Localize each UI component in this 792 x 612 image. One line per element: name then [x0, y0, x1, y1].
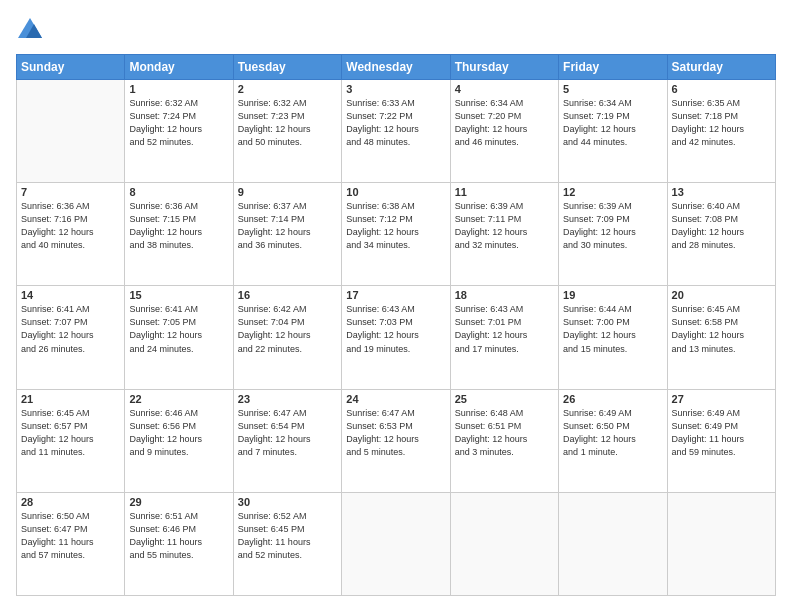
- day-info: Sunrise: 6:34 AMSunset: 7:20 PMDaylight:…: [455, 97, 554, 149]
- calendar-header-tuesday: Tuesday: [233, 55, 341, 80]
- day-info: Sunrise: 6:41 AMSunset: 7:05 PMDaylight:…: [129, 303, 228, 355]
- calendar-cell: 15Sunrise: 6:41 AMSunset: 7:05 PMDayligh…: [125, 286, 233, 389]
- day-number: 30: [238, 496, 337, 508]
- day-info: Sunrise: 6:45 AMSunset: 6:57 PMDaylight:…: [21, 407, 120, 459]
- calendar-cell: 11Sunrise: 6:39 AMSunset: 7:11 PMDayligh…: [450, 183, 558, 286]
- calendar-header-friday: Friday: [559, 55, 667, 80]
- day-number: 28: [21, 496, 120, 508]
- calendar-cell: 29Sunrise: 6:51 AMSunset: 6:46 PMDayligh…: [125, 492, 233, 595]
- day-number: 4: [455, 83, 554, 95]
- day-info: Sunrise: 6:52 AMSunset: 6:45 PMDaylight:…: [238, 510, 337, 562]
- calendar-table: SundayMondayTuesdayWednesdayThursdayFrid…: [16, 54, 776, 596]
- calendar-week-row: 28Sunrise: 6:50 AMSunset: 6:47 PMDayligh…: [17, 492, 776, 595]
- calendar-cell: [342, 492, 450, 595]
- calendar-header-sunday: Sunday: [17, 55, 125, 80]
- logo-icon: [16, 16, 44, 44]
- day-info: Sunrise: 6:46 AMSunset: 6:56 PMDaylight:…: [129, 407, 228, 459]
- day-info: Sunrise: 6:39 AMSunset: 7:11 PMDaylight:…: [455, 200, 554, 252]
- day-number: 16: [238, 289, 337, 301]
- calendar-cell: [450, 492, 558, 595]
- day-info: Sunrise: 6:45 AMSunset: 6:58 PMDaylight:…: [672, 303, 771, 355]
- day-info: Sunrise: 6:50 AMSunset: 6:47 PMDaylight:…: [21, 510, 120, 562]
- calendar-cell: 26Sunrise: 6:49 AMSunset: 6:50 PMDayligh…: [559, 389, 667, 492]
- day-number: 21: [21, 393, 120, 405]
- day-info: Sunrise: 6:35 AMSunset: 7:18 PMDaylight:…: [672, 97, 771, 149]
- day-number: 27: [672, 393, 771, 405]
- day-number: 14: [21, 289, 120, 301]
- header: [16, 16, 776, 44]
- day-number: 12: [563, 186, 662, 198]
- calendar-cell: 19Sunrise: 6:44 AMSunset: 7:00 PMDayligh…: [559, 286, 667, 389]
- calendar-cell: 6Sunrise: 6:35 AMSunset: 7:18 PMDaylight…: [667, 80, 775, 183]
- calendar-week-row: 1Sunrise: 6:32 AMSunset: 7:24 PMDaylight…: [17, 80, 776, 183]
- calendar-cell: 17Sunrise: 6:43 AMSunset: 7:03 PMDayligh…: [342, 286, 450, 389]
- calendar-cell: [559, 492, 667, 595]
- day-number: 7: [21, 186, 120, 198]
- day-number: 15: [129, 289, 228, 301]
- day-number: 29: [129, 496, 228, 508]
- calendar-cell: 4Sunrise: 6:34 AMSunset: 7:20 PMDaylight…: [450, 80, 558, 183]
- calendar-header-saturday: Saturday: [667, 55, 775, 80]
- page: SundayMondayTuesdayWednesdayThursdayFrid…: [0, 0, 792, 612]
- day-info: Sunrise: 6:36 AMSunset: 7:15 PMDaylight:…: [129, 200, 228, 252]
- calendar-cell: 21Sunrise: 6:45 AMSunset: 6:57 PMDayligh…: [17, 389, 125, 492]
- calendar-cell: 16Sunrise: 6:42 AMSunset: 7:04 PMDayligh…: [233, 286, 341, 389]
- calendar-cell: [667, 492, 775, 595]
- day-number: 2: [238, 83, 337, 95]
- day-number: 24: [346, 393, 445, 405]
- day-number: 1: [129, 83, 228, 95]
- day-info: Sunrise: 6:41 AMSunset: 7:07 PMDaylight:…: [21, 303, 120, 355]
- day-info: Sunrise: 6:34 AMSunset: 7:19 PMDaylight:…: [563, 97, 662, 149]
- calendar-header-thursday: Thursday: [450, 55, 558, 80]
- day-number: 20: [672, 289, 771, 301]
- calendar-cell: 10Sunrise: 6:38 AMSunset: 7:12 PMDayligh…: [342, 183, 450, 286]
- day-info: Sunrise: 6:47 AMSunset: 6:53 PMDaylight:…: [346, 407, 445, 459]
- day-info: Sunrise: 6:32 AMSunset: 7:24 PMDaylight:…: [129, 97, 228, 149]
- calendar-cell: 3Sunrise: 6:33 AMSunset: 7:22 PMDaylight…: [342, 80, 450, 183]
- day-number: 6: [672, 83, 771, 95]
- logo: [16, 16, 48, 44]
- calendar-cell: 14Sunrise: 6:41 AMSunset: 7:07 PMDayligh…: [17, 286, 125, 389]
- calendar-cell: 9Sunrise: 6:37 AMSunset: 7:14 PMDaylight…: [233, 183, 341, 286]
- calendar-cell: 20Sunrise: 6:45 AMSunset: 6:58 PMDayligh…: [667, 286, 775, 389]
- calendar-cell: 1Sunrise: 6:32 AMSunset: 7:24 PMDaylight…: [125, 80, 233, 183]
- day-info: Sunrise: 6:40 AMSunset: 7:08 PMDaylight:…: [672, 200, 771, 252]
- day-number: 3: [346, 83, 445, 95]
- day-number: 17: [346, 289, 445, 301]
- day-number: 18: [455, 289, 554, 301]
- day-info: Sunrise: 6:48 AMSunset: 6:51 PMDaylight:…: [455, 407, 554, 459]
- calendar-cell: 25Sunrise: 6:48 AMSunset: 6:51 PMDayligh…: [450, 389, 558, 492]
- day-number: 10: [346, 186, 445, 198]
- calendar-cell: 30Sunrise: 6:52 AMSunset: 6:45 PMDayligh…: [233, 492, 341, 595]
- day-info: Sunrise: 6:49 AMSunset: 6:49 PMDaylight:…: [672, 407, 771, 459]
- day-number: 23: [238, 393, 337, 405]
- calendar-cell: 13Sunrise: 6:40 AMSunset: 7:08 PMDayligh…: [667, 183, 775, 286]
- calendar-cell: 28Sunrise: 6:50 AMSunset: 6:47 PMDayligh…: [17, 492, 125, 595]
- day-number: 11: [455, 186, 554, 198]
- day-info: Sunrise: 6:51 AMSunset: 6:46 PMDaylight:…: [129, 510, 228, 562]
- day-info: Sunrise: 6:43 AMSunset: 7:01 PMDaylight:…: [455, 303, 554, 355]
- day-number: 22: [129, 393, 228, 405]
- calendar-cell: 2Sunrise: 6:32 AMSunset: 7:23 PMDaylight…: [233, 80, 341, 183]
- day-info: Sunrise: 6:32 AMSunset: 7:23 PMDaylight:…: [238, 97, 337, 149]
- day-info: Sunrise: 6:47 AMSunset: 6:54 PMDaylight:…: [238, 407, 337, 459]
- day-number: 13: [672, 186, 771, 198]
- calendar-week-row: 21Sunrise: 6:45 AMSunset: 6:57 PMDayligh…: [17, 389, 776, 492]
- day-number: 26: [563, 393, 662, 405]
- day-info: Sunrise: 6:36 AMSunset: 7:16 PMDaylight:…: [21, 200, 120, 252]
- day-number: 5: [563, 83, 662, 95]
- calendar-cell: 8Sunrise: 6:36 AMSunset: 7:15 PMDaylight…: [125, 183, 233, 286]
- calendar-header-monday: Monday: [125, 55, 233, 80]
- day-number: 8: [129, 186, 228, 198]
- calendar-cell: 18Sunrise: 6:43 AMSunset: 7:01 PMDayligh…: [450, 286, 558, 389]
- calendar-header-wednesday: Wednesday: [342, 55, 450, 80]
- calendar-cell: 23Sunrise: 6:47 AMSunset: 6:54 PMDayligh…: [233, 389, 341, 492]
- calendar-header-row: SundayMondayTuesdayWednesdayThursdayFrid…: [17, 55, 776, 80]
- day-number: 19: [563, 289, 662, 301]
- day-number: 9: [238, 186, 337, 198]
- calendar-cell: 5Sunrise: 6:34 AMSunset: 7:19 PMDaylight…: [559, 80, 667, 183]
- calendar-cell: 22Sunrise: 6:46 AMSunset: 6:56 PMDayligh…: [125, 389, 233, 492]
- calendar-cell: 24Sunrise: 6:47 AMSunset: 6:53 PMDayligh…: [342, 389, 450, 492]
- calendar-cell: 7Sunrise: 6:36 AMSunset: 7:16 PMDaylight…: [17, 183, 125, 286]
- calendar-cell: 12Sunrise: 6:39 AMSunset: 7:09 PMDayligh…: [559, 183, 667, 286]
